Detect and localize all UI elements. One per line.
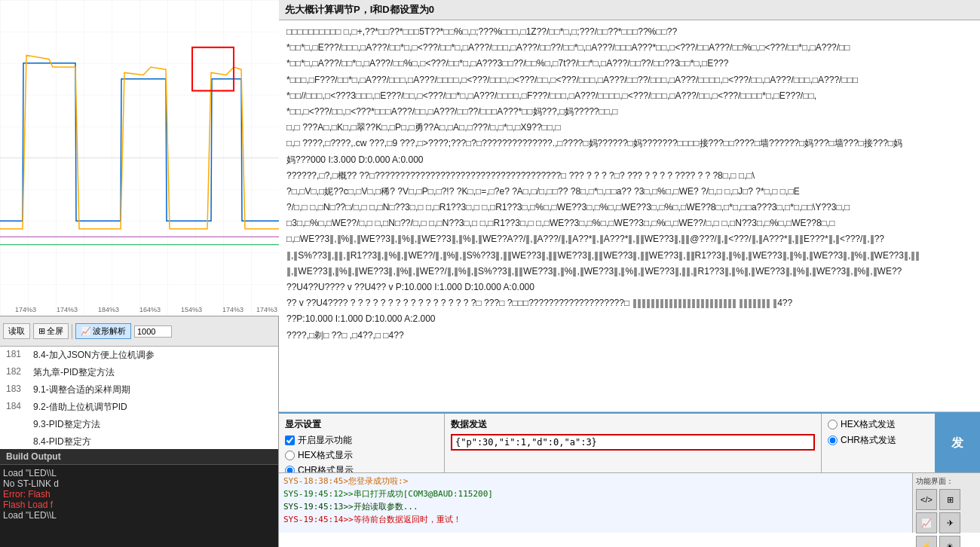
text-line: ????,□剃□ ??□ ,□4??,□ □4?? (286, 329, 972, 343)
data-send-panel: 数据发送 (445, 414, 822, 472)
text-line: ?□,□V□,□妮??c□,□V□,□稀? ?V□,□P□,□?!? ?K□,□… (286, 185, 972, 199)
freq-input[interactable] (134, 325, 172, 338)
build-output-title: Build Output (0, 449, 278, 465)
text-line: ?? v ??U4???? ? ? ? ? ? ? ? ? ? ? ? ? ? … (286, 296, 972, 310)
chapter-title: 9.2-借助上位机调节PID (33, 401, 127, 414)
chapter-num: 182 (6, 366, 29, 379)
data-send-title: 数据发送 (451, 418, 815, 431)
hex-send-radio[interactable] (828, 420, 838, 429)
chapter-num (6, 418, 29, 431)
svg-text:174%3: 174%3 (57, 306, 78, 313)
build-line: No ST-LINK d (3, 478, 275, 489)
enable-checkbox[interactable] (285, 435, 295, 445)
text-line: *□□*□,□A???/□□*□,□A???/□□%□,□<???/□□*□,□… (286, 57, 972, 71)
build-line: Error: Flash (3, 489, 275, 500)
text-line: *□□□,□F???/□□*□,□A???/□□□,□A???/□□□□,□<?… (286, 73, 972, 87)
grid-icon-btn[interactable]: ⊞ (939, 489, 960, 510)
text-line: ‖,‖S%??3‖,‖‖,‖R1??3‖,‖%‖,‖WE??/‖,‖%‖,‖S%… (286, 249, 972, 263)
svg-text:174%3: 174%3 (256, 306, 277, 313)
build-line: Flash Load f (3, 500, 275, 510)
svg-text:184%3: 184%3 (98, 306, 119, 313)
svg-text:154%3: 154%3 (181, 306, 202, 313)
text-line: □,□WE??3‖,‖%‖,‖WE??3‖,‖%‖,‖WE??3‖,‖%‖,‖W… (286, 232, 972, 246)
chapter-num: 183 (6, 384, 29, 396)
text-line: ??P:10.000 I:1.000 D:10.000 A:2.000 (286, 312, 972, 326)
svg-text:174%3: 174%3 (15, 306, 36, 313)
interface-label: 功能界面： (916, 476, 977, 487)
freq-icon: ⊞ (38, 326, 45, 336)
wave-button[interactable]: 📈 波形解析 (75, 323, 131, 339)
separator (72, 324, 72, 339)
text-line: ??U4??U???? v ??U4?? v P:10.000 I:1.000 … (286, 280, 972, 295)
chapter-item[interactable]: 1818.4-加入JSON方便上位机调参 (0, 347, 278, 364)
build-line: Load "LED\\L (3, 510, 275, 521)
chr-send-label: CHR格式发送 (841, 434, 896, 447)
chart-svg: 174%3 174%3 184%3 164%3 154%3 174%3 174%… (0, 0, 279, 316)
chart-icon-btn[interactable]: 📈 (916, 512, 937, 533)
hex-display-label: HEX格式显示 (298, 449, 353, 462)
left-panel: 174%3 174%3 184%3 164%3 154%3 174%3 174%… (0, 0, 279, 547)
setting-enable: 开启显示功能 (285, 434, 438, 447)
hex-send-option: HEX格式发送 (828, 418, 929, 431)
chapter-item[interactable]: 1849.2-借助上位机调节PID (0, 399, 278, 416)
chapter-item[interactable]: 1839.1-调整合适的采样周期 (0, 381, 278, 399)
read-button[interactable]: 读取 (3, 323, 30, 339)
chapter-list: 1818.4-加入JSON方便上位机调参182第九章-PID整定方法1839.1… (0, 347, 278, 449)
chapter-title: 8.4-PID整定方 (33, 435, 91, 448)
send-button[interactable]: 发 (935, 414, 980, 472)
freq-button[interactable]: ⊞ 全屏 (33, 323, 69, 339)
text-line: □3□,□%□,□WE??/□,□ □,□N□??/□,□ □,□N??3□,□… (286, 216, 972, 231)
text-line: *□□,□<???/□□,□<???*□□□A???/□□,□A???/□□??… (286, 105, 972, 119)
bottom-section: 显示设置 开启显示功能 HEX格式显示 CHR格式显示 (279, 412, 980, 533)
chr-send-radio[interactable] (828, 435, 838, 445)
main-container: 174%3 174%3 184%3 164%3 154%3 174%3 174%… (0, 0, 980, 547)
svg-text:164%3: 164%3 (139, 306, 161, 313)
power-icon-btn[interactable]: ⚡ (916, 536, 937, 547)
log-line: SYS-19:45:13>>开始读取参数... (283, 500, 908, 513)
build-output-panel: Build Output Load "LED\\LNo ST-LINK dErr… (0, 449, 278, 547)
right-icons-panel: 功能界面： </> ⊞ 📈 ✈ ⚡ ☀ 连接方式： 📱 (912, 473, 980, 533)
text-line: □,□ ???A□,□K□,□翠??K□,□P□,□勇??A□,□A□,□???… (286, 121, 972, 135)
sun-icon-btn[interactable]: ☀ (939, 536, 960, 547)
text-content-area: □□□□□□□□□□ □,□+,??*□□??*□□□5T??*□□%□,□;?… (279, 20, 980, 412)
text-line: ‖,‖WE??3‖,‖%‖,‖WE??3‖,‖%‖,‖WE??/‖,‖%‖,‖S… (286, 264, 972, 279)
settings-row: 显示设置 开启显示功能 HEX格式显示 CHR格式显示 (279, 412, 980, 472)
setting-hex-display: HEX格式显示 (285, 449, 438, 462)
text-line: 妈???000 I:3.000 D:0.000 A:0.000 (286, 153, 972, 167)
display-settings-title: 显示设置 (285, 418, 438, 431)
wave-icon: 📈 (81, 326, 91, 336)
chapter-title: 9.3-PID整定方法 (33, 418, 100, 431)
hex-display-radio[interactable] (285, 451, 295, 460)
chapter-title: 8.4-加入JSON方便上位机调参 (33, 349, 155, 362)
right-header: 先大概计算调节P，I和D都设置为0 (279, 0, 980, 20)
text-line: *□□*□,□E???/□□□,□A???/□□*□,□<???/□□*□,□A… (286, 41, 972, 55)
text-line: □,□ ????,□????,.cw ???,□9 ???,□>????;???… (286, 136, 972, 151)
text-line: *□□//□□□,□<???3□□□,□E???/□□,□<???/□□*□,□… (286, 89, 972, 103)
chapter-num: 181 (6, 349, 29, 362)
data-send-input[interactable] (451, 434, 815, 451)
chapter-item[interactable]: 8.4-PID整定方 (0, 433, 278, 449)
chapter-title: 9.1-调整合适的采样周期 (33, 384, 130, 396)
hex-send-label: HEX格式发送 (841, 418, 896, 431)
build-line: Load "LED\\L (3, 468, 275, 478)
interface-icons-row: </> ⊞ 📈 ✈ ⚡ ☀ (916, 489, 977, 547)
data-input-row (451, 434, 815, 451)
log-panel: SYS-18:38:45>您登录成功啦:>SYS-19:45:12>>串口打开成… (279, 473, 912, 533)
text-line: □□□□□□□□□□ □,□+,??*□□??*□□□5T??*□□%□,□;?… (286, 25, 972, 39)
chapter-item[interactable]: 9.3-PID整定方法 (0, 416, 278, 433)
text-line: ?/□,□ □,□N□??□/□,□ □,□N□??3□,□ □,□R1??3□… (286, 200, 972, 215)
build-output-content: Load "LED\\LNo ST-LINK dError: FlashFlas… (0, 465, 278, 547)
chart-area: 174%3 174%3 184%3 164%3 154%3 174%3 174%… (0, 0, 279, 316)
log-line: SYS-18:38:45>您登录成功啦:> (283, 475, 908, 487)
chapter-item[interactable]: 182第九章-PID整定方法 (0, 364, 278, 381)
svg-text:174%3: 174%3 (222, 306, 243, 313)
right-panel: 先大概计算调节P，I和D都设置为0 □□□□□□□□□□ □,□+,??*□□?… (279, 0, 980, 547)
code-icon-btn[interactable]: </> (916, 489, 937, 510)
chr-send-option: CHR格式发送 (828, 434, 929, 447)
display-settings: 显示设置 开启显示功能 HEX格式显示 CHR格式显示 (279, 414, 445, 472)
send-options: HEX格式发送 CHR格式发送 (822, 414, 935, 472)
chapter-num: 184 (6, 401, 29, 414)
chart-toolbar: 读取 ⊞ 全屏 📈 波形解析 (0, 316, 278, 347)
log-line: SYS-19:45:12>>串口打开成功[COM3@BAUD:115200] (283, 487, 908, 500)
send-icon-btn[interactable]: ✈ (939, 512, 960, 533)
